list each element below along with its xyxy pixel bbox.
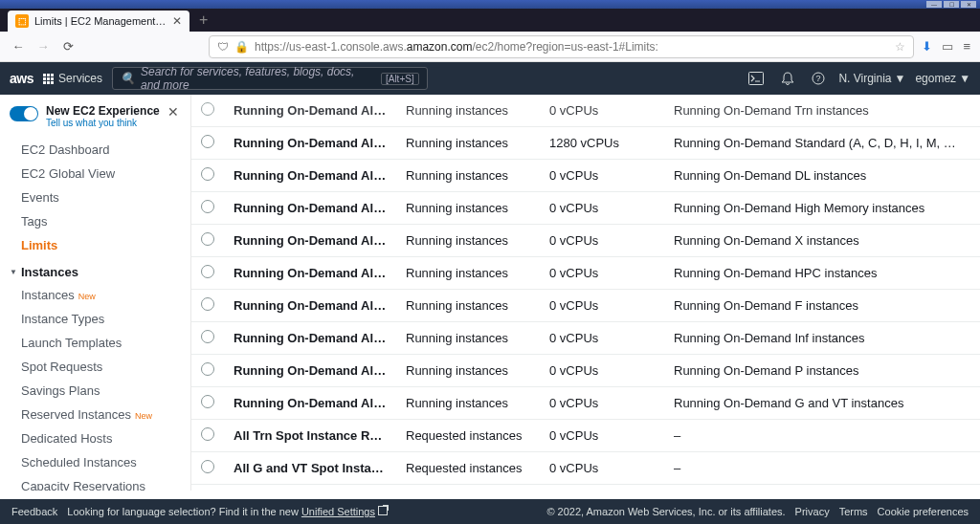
limit-desc: Running On-Demand Inf instances	[664, 322, 980, 355]
cookie-prefs-link[interactable]: Cookie preferences	[878, 506, 969, 517]
address-bar[interactable]: 🛡 🔒 https://us-east-1.console.aws.amazon…	[209, 35, 914, 58]
sidebar-item-spot-requests[interactable]: Spot Requests	[0, 355, 190, 379]
table-row[interactable]: Running On-Demand All G…Running instance…	[191, 387, 980, 420]
cloudshell-icon[interactable]	[745, 72, 768, 85]
unified-settings-link[interactable]: Unified Settings	[301, 506, 375, 517]
limit-type: Requested instances	[396, 452, 540, 485]
new-tab-button[interactable]: +	[189, 11, 217, 29]
sidebar-item-tags[interactable]: Tags	[0, 209, 190, 233]
table-row[interactable]: All G and VT Spot Instance…Requested ins…	[191, 452, 980, 485]
account-menu[interactable]: egomez ▼	[915, 72, 970, 85]
sidebar-item-limits[interactable]: Limits	[0, 233, 190, 257]
reload-button[interactable]: ⟳	[59, 39, 77, 54]
feedback-link[interactable]: Feedback	[11, 506, 57, 517]
browser-tab[interactable]: ⬚ Limits | EC2 Management Console ✕	[8, 11, 189, 32]
limit-value: 0 vCPUs	[540, 387, 664, 420]
sidebar-item-global-view[interactable]: EC2 Global View	[0, 162, 190, 186]
aws-logo-icon[interactable]: aws	[10, 71, 33, 86]
copyright: © 2022, Amazon Web Services, Inc. or its…	[546, 506, 785, 517]
sidebar-item-reserved-instances[interactable]: Reserved InstancesNew	[0, 403, 190, 426]
sidebar-item-capacity-reservations[interactable]: Capacity Reservations	[0, 474, 190, 491]
table-row[interactable]: Running On-Demand All X…Running instance…	[191, 225, 980, 257]
url-text: https://us-east-1.console.aws.amazon.com…	[255, 40, 889, 54]
search-placeholder: Search for services, features, blogs, do…	[141, 65, 375, 92]
limit-value: 0 vCPUs	[540, 160, 664, 192]
sidebar-item-events[interactable]: Events	[0, 186, 190, 209]
sidebar-item-dashboard[interactable]: EC2 Dashboard	[0, 138, 190, 162]
services-menu[interactable]: Services	[43, 72, 102, 85]
limit-desc: Running On-Demand DL instances	[664, 160, 980, 192]
table-row[interactable]: Running On-Demand All …Running instances…	[191, 257, 980, 290]
row-radio[interactable]	[201, 167, 214, 181]
new-experience-banner: New EC2 Experience Tell us what you thin…	[0, 100, 190, 138]
limit-type: Running instances	[396, 192, 540, 225]
sidebar-item-savings-plans[interactable]: Savings Plans	[0, 379, 190, 403]
services-label: Services	[58, 72, 102, 85]
table-row[interactable]: Running On-Demand All D…Running instance…	[191, 160, 980, 192]
limit-name: Running On-Demand All P…	[224, 355, 396, 387]
row-radio[interactable]	[201, 102, 214, 116]
limit-type: Running instances	[396, 95, 540, 127]
row-radio[interactable]	[201, 135, 214, 148]
sidebar-item-instances[interactable]: InstancesNew	[0, 283, 190, 307]
svg-text:?: ?	[816, 74, 821, 83]
ec2-sidebar: New EC2 Experience Tell us what you thin…	[0, 95, 191, 491]
window-maximize-icon[interactable]: ☐	[944, 1, 959, 8]
row-radio[interactable]	[201, 265, 214, 278]
limit-type: Running instances	[396, 225, 540, 257]
sidebar-item-launch-templates[interactable]: Launch Templates	[0, 331, 190, 355]
notifications-icon[interactable]	[777, 72, 798, 85]
limit-desc: Running On-Demand F instances	[664, 290, 980, 322]
sidebar-section-instances[interactable]: Instances	[0, 257, 190, 283]
region-selector[interactable]: N. Virginia ▼	[838, 72, 905, 85]
sidebar-item-scheduled-instances[interactable]: Scheduled Instances	[0, 450, 190, 474]
row-radio[interactable]	[201, 232, 214, 246]
table-row[interactable]: Running On-Demand All I…Running instance…	[191, 322, 980, 355]
row-radio[interactable]	[201, 200, 214, 213]
table-row[interactable]: Running On-Demand All P…Running instance…	[191, 355, 980, 387]
sidebar-item-instance-types[interactable]: Instance Types	[0, 307, 190, 331]
row-radio[interactable]	[201, 297, 214, 311]
window-close-icon[interactable]: ✕	[961, 1, 976, 8]
table-row[interactable]: All Trn Spot Instance Requ…Requested ins…	[191, 420, 980, 452]
privacy-link[interactable]: Privacy	[795, 506, 830, 517]
sidebar-item-dedicated-hosts[interactable]: Dedicated Hosts	[0, 426, 190, 450]
limit-value: 0 vCPUs	[540, 290, 664, 322]
limit-type: Running instances	[396, 257, 540, 290]
row-radio[interactable]	[201, 362, 214, 376]
menu-hamburger-icon[interactable]: ≡	[963, 39, 970, 54]
pocket-icon[interactable]: ▭	[942, 39, 953, 54]
download-icon[interactable]: ⬇	[922, 39, 932, 54]
limit-desc: –	[664, 420, 980, 452]
shield-icon: 🛡	[217, 40, 229, 54]
table-row[interactable]: Running On-Demand All T…Running instance…	[191, 95, 980, 127]
aws-search-input[interactable]: 🔍 Search for services, features, blogs, …	[112, 67, 428, 90]
limit-desc: Running On-Demand HPC instances	[664, 257, 980, 290]
experience-feedback-link[interactable]: Tell us what you think	[46, 118, 160, 128]
limit-name: Running On-Demand All G…	[224, 387, 396, 420]
row-radio[interactable]	[201, 460, 214, 473]
row-radio[interactable]	[201, 395, 214, 408]
forward-button[interactable]: →	[34, 39, 52, 54]
close-tab-icon[interactable]: ✕	[172, 14, 182, 28]
bookmark-star-icon[interactable]: ☆	[895, 40, 905, 54]
table-row[interactable]: Running On-Demand All F…Running instance…	[191, 290, 980, 322]
terms-link[interactable]: Terms	[839, 506, 868, 517]
back-button[interactable]: ←	[10, 39, 27, 54]
experience-toggle[interactable]	[10, 106, 38, 121]
limit-name: Running On-Demand All T…	[224, 95, 396, 127]
row-radio[interactable]	[201, 330, 214, 343]
limit-name: Running On-Demand All S…	[224, 127, 396, 160]
row-radio[interactable]	[201, 427, 214, 441]
limit-name: Running On-Demand All F…	[224, 290, 396, 322]
table-row[interactable]: Running On-Demand All …Running instances…	[191, 192, 980, 225]
table-row[interactable]: Running On-Demand All S…Running instance…	[191, 127, 980, 160]
table-row[interactable]: All Standard (A, C, D, H, I, …Requested …	[191, 485, 980, 491]
limit-type: Running instances	[396, 355, 540, 387]
aws-topnav: aws Services 🔍 Search for services, feat…	[0, 62, 980, 95]
banner-close-icon[interactable]: ✕	[167, 104, 179, 120]
limits-table-container: Running On-Demand All T…Running instance…	[191, 95, 980, 491]
window-minimize-icon[interactable]: —	[926, 1, 942, 8]
aws-favicon-icon: ⬚	[15, 14, 29, 28]
help-icon[interactable]: ?	[808, 72, 829, 85]
